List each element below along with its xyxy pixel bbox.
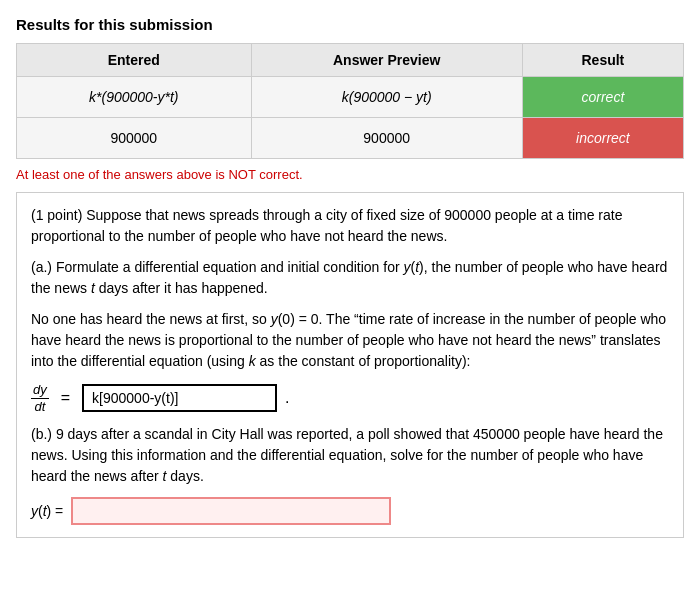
yt-label: y(t) = <box>31 503 63 519</box>
col-preview: Answer Preview <box>251 44 522 77</box>
entered-cell-2: 900000 <box>17 118 252 159</box>
yt-input[interactable] <box>71 497 391 525</box>
col-entered: Entered <box>17 44 252 77</box>
warning-message: At least one of the answers above is NOT… <box>16 167 684 182</box>
yt-line: y(t) = <box>31 497 669 525</box>
equation-line: dy dt = . <box>31 382 669 414</box>
table-row: 900000 900000 incorrect <box>17 118 684 159</box>
dy-dt-fraction: dy dt <box>31 382 49 414</box>
preview-cell-2: 900000 <box>251 118 522 159</box>
results-table: Entered Answer Preview Result k*(900000-… <box>16 43 684 159</box>
problem-intro: (1 point) Suppose that news spreads thro… <box>31 205 669 247</box>
frac-denominator: dt <box>32 399 47 415</box>
problem-box: (1 point) Suppose that news spreads thro… <box>16 192 684 538</box>
result-cell-1: correct <box>522 77 683 118</box>
part-a-label: (a.) Formulate a differential equation a… <box>31 257 669 299</box>
part-a-label-text: (a.) Formulate a differential equation a… <box>31 259 667 296</box>
preview-cell-1: k(900000 − yt) <box>251 77 522 118</box>
preview-text-1: k(900000 − yt) <box>342 89 432 105</box>
part-b-label: (b.) 9 days after a scandal in City Hall… <box>31 424 669 487</box>
period-dot: . <box>285 389 289 407</box>
result-cell-2: incorrect <box>522 118 683 159</box>
entered-cell-1: k*(900000-y*t) <box>17 77 252 118</box>
table-row: k*(900000-y*t) k(900000 − yt) correct <box>17 77 684 118</box>
page-title: Results for this submission <box>16 16 684 33</box>
equals-sign: = <box>61 389 70 407</box>
frac-numerator: dy <box>31 382 49 399</box>
col-result: Result <box>522 44 683 77</box>
dy-dt-input[interactable] <box>82 384 277 412</box>
part-a-text: No one has heard the news at first, so y… <box>31 309 669 372</box>
